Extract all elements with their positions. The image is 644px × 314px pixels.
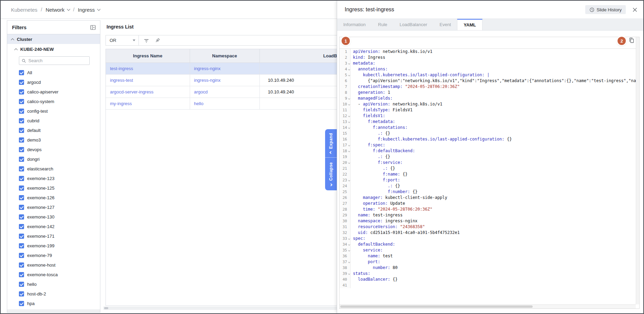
namespace-checkbox-item[interactable]: calico-apiserver [7,87,100,97]
checkbox-checked-icon[interactable] [19,234,24,239]
fold-chevron-icon[interactable] [348,74,350,76]
cell-name[interactable]: test-ingress [106,63,190,74]
fold-chevron-icon[interactable] [348,98,350,100]
checkbox-checked-icon[interactable] [19,224,24,229]
sidebar-group-cluster[interactable]: Cluster [7,34,100,44]
namespace-checkbox-item[interactable]: dongri [7,154,100,164]
namespace-checkbox-item[interactable]: hpa [7,299,100,308]
namespace-checkbox-item[interactable]: host-db-2 [7,289,100,299]
namespace-checkbox-item[interactable]: exemone-126 [7,193,100,202]
filter-icon[interactable] [144,38,149,43]
column-header-loadbalancer[interactable]: LoadBalancer [259,49,339,63]
checkbox-checked-icon[interactable] [19,243,24,248]
sidebar-cluster-kube-240-new[interactable]: KUBE-240-NEW [7,44,100,54]
checkbox-checked-icon[interactable] [19,109,24,114]
fold-chevron-icon[interactable] [348,179,350,181]
tab-event[interactable]: Event [433,19,457,30]
editor-horizontal-scrollbar[interactable] [340,304,636,309]
namespace-checkbox-item[interactable]: exemone-tosca [7,270,100,279]
checkbox-checked-icon[interactable] [19,205,24,210]
namespace-checkbox-item[interactable]: exemone-125 [7,183,100,193]
fold-chevron-icon[interactable] [348,244,350,246]
editor-vertical-scrollbar[interactable] [636,37,639,304]
namespace-checkbox-item[interactable]: exemone-199 [7,241,100,250]
fold-chevron-icon[interactable] [348,238,350,240]
tab-rule[interactable]: Rule [372,19,393,30]
checkbox-checked-icon[interactable] [19,137,24,143]
fold-chevron-icon[interactable] [348,127,350,129]
table-row[interactable]: ingress-testingress-nginx10.10.49.240 [106,74,339,86]
pin-icon[interactable] [155,38,160,43]
scrollbar-thumb[interactable] [104,307,108,309]
collapse-panel-icon[interactable] [90,25,96,30]
namespace-checkbox-item[interactable]: config-test [7,106,100,116]
cell-namespace[interactable]: argocd [190,86,259,98]
checkbox-checked-icon[interactable] [19,301,24,306]
namespace-checkbox-item[interactable]: exemone-host [7,260,100,270]
fold-chevron-icon[interactable] [348,115,350,117]
namespace-checkbox-item[interactable]: cubrid [7,116,100,125]
breadcrumb-network-dropdown[interactable]: Network [46,7,70,13]
fold-chevron-icon[interactable] [348,144,350,146]
scrollbar-thumb[interactable] [340,305,533,308]
breadcrumb-ingress-dropdown[interactable]: Ingress [78,7,100,13]
checkbox-checked-icon[interactable] [19,214,24,220]
fold-chevron-icon[interactable] [348,150,350,152]
checkbox-checked-icon[interactable] [19,282,24,287]
search-input[interactable] [29,58,87,63]
checkbox-checked-icon[interactable] [19,89,24,94]
checkbox-checked-icon[interactable] [19,176,24,181]
namespace-checkbox-item[interactable]: exemone-171 [7,231,100,241]
fold-chevron-icon[interactable] [348,63,350,65]
checkbox-checked-icon[interactable] [19,262,24,268]
namespace-checkbox-item[interactable]: default [7,125,100,135]
cell-namespace[interactable]: ingress-nginx [190,74,259,86]
tab-yaml[interactable]: YAML [457,19,482,30]
checkbox-checked-icon[interactable] [19,99,24,104]
checkbox-checked-icon[interactable] [19,157,24,162]
fold-chevron-icon[interactable] [348,162,350,164]
checkbox-checked-icon[interactable] [19,118,24,123]
tab-loadbalancer[interactable]: LoadBalancer [393,19,433,30]
fold-chevron-icon[interactable] [348,121,350,123]
checkbox-checked-icon[interactable] [19,128,24,133]
checkbox-checked-icon[interactable] [19,253,24,258]
table-horizontal-scrollbar[interactable] [103,306,341,310]
tab-information[interactable]: Information [337,19,372,30]
namespace-checkbox-item[interactable]: exemone-142 [7,222,100,231]
filter-operator-select[interactable]: OR [106,35,139,45]
copy-yaml-button[interactable] [629,37,635,44]
namespace-checkbox-item[interactable]: argocd [7,77,100,87]
table-row[interactable]: test-ingressingress-nginx [106,63,339,74]
namespace-checkbox-item[interactable]: All [7,68,100,77]
namespace-checkbox-item[interactable]: elasticsearch [7,164,100,173]
column-header-namespace[interactable]: Namespace [190,49,259,63]
slide-history-button[interactable]: Slide History [585,5,626,14]
fold-chevron-icon[interactable] [348,273,350,275]
checkbox-checked-icon[interactable] [19,291,24,296]
namespace-checkbox-item[interactable]: calico-system [7,97,100,106]
column-header-ingress-name[interactable]: Ingress Name [106,49,190,63]
sidebar-horizontal-scrollbar[interactable] [7,310,100,312]
namespace-checkbox-item[interactable]: hello [7,279,100,289]
namespace-checkbox-item[interactable]: exemone-130 [7,212,100,222]
fold-chevron-icon[interactable] [348,103,350,105]
cell-name[interactable]: argocd-server-ingress [106,86,190,98]
namespace-checkbox-item[interactable]: exemone-79 [7,250,100,260]
checkbox-checked-icon[interactable] [19,147,24,152]
checkbox-checked-icon[interactable] [19,70,24,75]
fold-chevron-icon[interactable] [348,261,350,263]
namespace-checkbox-item[interactable]: exemone-127 [7,202,100,212]
collapse-button[interactable]: Collapse [325,157,337,190]
cell-namespace[interactable]: hello [190,98,259,109]
fold-chevron-icon[interactable] [348,68,350,70]
checkbox-checked-icon[interactable] [19,195,24,200]
yaml-code-area[interactable]: 1apiVersion: networking.k8s.io/v12kind: … [340,49,639,304]
cell-name[interactable]: my-ingress [106,98,190,109]
checkbox-checked-icon[interactable] [19,272,24,277]
table-row[interactable]: my-ingresshello [106,98,339,109]
cell-name[interactable]: ingress-test [106,74,190,86]
checkbox-checked-icon[interactable] [19,186,24,191]
namespace-checkbox-item[interactable]: demo3 [7,135,100,145]
breadcrumb-root[interactable]: Kubernetes [11,7,37,13]
